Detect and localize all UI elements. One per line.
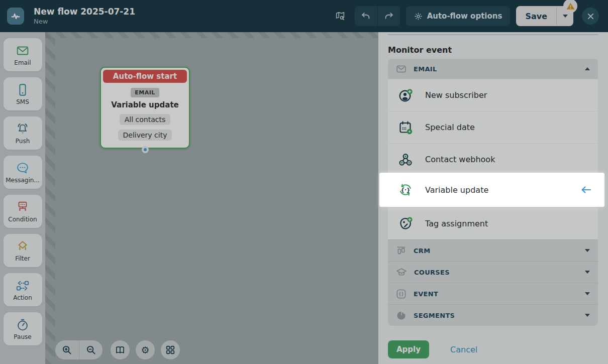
palette-label: Condition [8,216,37,223]
event-item-label: Tag assignment [425,219,488,228]
undo-icon [360,11,371,22]
event-item-label: Variable update [425,185,488,195]
section-header-courses[interactable]: COURSES [388,261,598,283]
email-icon [15,43,30,58]
palette-item-filter[interactable]: Filter [4,234,42,267]
node-title: Variable update [103,100,187,109]
warning-triangle-icon [566,2,575,11]
section-header-event[interactable]: EVENT [388,283,598,304]
event-item-label: Contact webhook [425,155,495,164]
zoom-out-icon [86,345,96,355]
node-chip-audience: All contacts [120,114,171,125]
palette-label: Messagin... [6,177,40,184]
autoflow-start-node[interactable]: Auto-flow start EMAIL Variable update Al… [100,67,190,149]
element-palette: Email SMS Push [0,32,45,364]
flow-canvas[interactable]: Auto-flow start EMAIL Variable update Al… [45,32,378,364]
pause-clock-icon [15,317,30,332]
zoom-out-button[interactable] [79,340,103,359]
section-label: SEGMENTS [414,312,578,319]
map-preview-icon [335,11,346,22]
event-item-special-date[interactable]: Special date [388,111,598,143]
section-label: COURSES [414,269,578,276]
pulse-logo-icon [10,11,21,22]
chevron-down-icon [585,292,590,295]
section-header-crm[interactable]: CRM [388,239,598,261]
palette-item-messaging[interactable]: Messagin... [4,156,42,189]
tag-plus-icon [397,216,414,232]
panel-footer: Apply Cancel [388,340,608,358]
filter-icon [15,239,30,254]
flow-title: New flow 2025-07-21 [34,7,135,17]
minimap-button[interactable] [111,340,130,359]
palette-item-email[interactable]: Email [4,38,42,71]
event-item-variable-update[interactable]: {·} Variable update [397,174,591,206]
sms-icon [15,82,30,97]
blocks-button[interactable] [161,340,180,359]
event-item-contact-webhook[interactable]: Contact webhook [388,143,598,175]
braces-icon [396,289,407,299]
palette-item-sms[interactable]: SMS [4,77,42,110]
canvas-toolbar: ⚙ [55,340,180,359]
panel-heading: Monitor event [388,45,598,55]
section-header-segments[interactable]: SEGMENTS [388,304,598,326]
node-chip-variable: Delivery city [118,130,172,141]
action-icon [15,278,30,293]
node-badge: Auto-flow start [103,70,187,83]
palette-item-push[interactable]: Push [4,116,42,150]
undo-button[interactable] [355,6,377,26]
canvas-boundary-stripes-top [45,32,378,38]
event-item-label: Special date [425,123,475,132]
section-label: CRM [414,247,578,255]
apply-button[interactable]: Apply [388,340,429,358]
app-logo [7,8,24,25]
envelope-icon [396,64,407,74]
node-channel-tag: EMAIL [131,88,159,97]
spotlight-container: {·} Variable update [379,173,604,207]
palette-label: Push [16,138,30,145]
palette-item-action[interactable]: Action [4,273,42,306]
save-label: Save [525,12,547,21]
redo-icon [383,11,394,22]
push-bell-icon [15,122,30,137]
canvas-settings-button[interactable]: ⚙ [136,340,155,359]
gear-icon [414,12,423,21]
history-group [355,6,400,26]
kanban-icon [396,246,407,256]
chevron-down-icon [585,249,590,252]
palette-label: Pause [14,333,31,340]
chevron-down-icon [585,314,590,317]
variable-update-icon: {·} [397,182,414,198]
zoom-in-button[interactable] [55,340,79,359]
palette-label: Action [13,294,32,301]
palette-item-condition[interactable]: Condition [4,195,42,228]
segments-pie-icon [396,310,407,321]
topbar: New flow 2025-07-21 New [0,0,608,32]
subscriber-plus-icon [397,87,414,103]
cancel-link[interactable]: Cancel [450,345,477,354]
warning-badge [563,0,577,13]
node-output-connector[interactable] [142,146,149,153]
section-label: EVENT [414,290,578,298]
redo-button[interactable] [377,6,400,26]
condition-icon [15,200,30,215]
webhook-icon [397,152,414,168]
chevron-up-icon [585,67,590,70]
chevron-down-icon [585,271,590,274]
palette-label: Email [14,59,31,66]
pointer-arrow-left-icon [580,186,591,194]
autoflow-options-button[interactable]: Auto-flow options [406,6,511,26]
save-button[interactable]: Save [516,6,556,26]
graduation-cap-icon [396,267,407,278]
canvas-boundary-stripes-left [45,32,55,364]
svg-text:{·}: {·} [401,187,411,193]
close-button[interactable] [582,8,599,25]
event-item-new-subscriber[interactable]: New subscriber [388,79,598,111]
event-item-tag-assignment[interactable]: Tag assignment [388,207,598,239]
flow-status: New [34,18,135,25]
save-split-button: Save [516,6,573,26]
palette-label: SMS [16,98,29,105]
palette-item-pause[interactable]: Pause [4,312,42,345]
map-preview-button[interactable] [332,8,349,25]
minimap-icon [115,345,125,355]
section-header-email[interactable]: EMAIL [388,59,598,79]
